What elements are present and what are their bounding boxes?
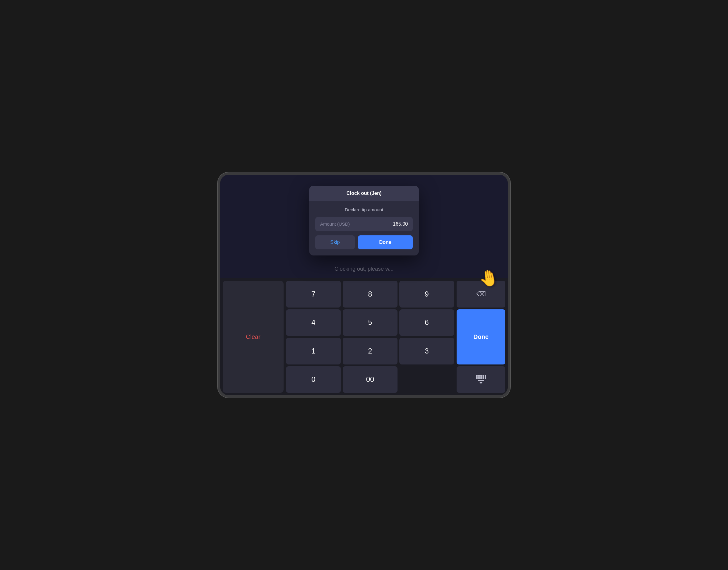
modal-done-button[interactable]: Done xyxy=(358,235,413,249)
keyboard-hide-icon xyxy=(476,375,486,384)
amount-placeholder: Amount (USD) xyxy=(320,221,350,227)
modal-title: Clock out (Jen) xyxy=(346,191,382,196)
key-3[interactable]: 3 xyxy=(399,338,454,364)
clear-panel[interactable]: Clear xyxy=(223,281,284,393)
tablet-frame: Clock out (Jen) Declare tip amount Amoun… xyxy=(218,172,510,398)
top-section: Clock out (Jen) Declare tip amount Amoun… xyxy=(220,175,508,278)
key-2[interactable]: 2 xyxy=(343,338,398,364)
amount-value: 165.00 xyxy=(393,221,408,227)
key-8[interactable]: 8 xyxy=(343,281,398,308)
clocking-status-text: Clocking out, please w... xyxy=(334,266,394,272)
key-9[interactable]: 9 xyxy=(399,281,454,308)
key-4[interactable]: 4 xyxy=(286,309,341,336)
bottom-section: Clear 7 8 9 4 5 6 1 2 3 0 00 ⌫ Done xyxy=(220,278,508,395)
key-5[interactable]: 5 xyxy=(343,309,398,336)
key-00[interactable]: 00 xyxy=(343,366,398,393)
done-button[interactable]: Done xyxy=(457,309,505,364)
amount-field: Amount (USD) 165.00 xyxy=(315,217,413,231)
modal-actions: Skip Done xyxy=(315,235,413,249)
right-panel: ⌫ Done xyxy=(457,281,505,393)
side-buttons xyxy=(510,221,510,251)
modal-subtitle: Declare tip amount xyxy=(315,207,413,212)
key-1[interactable]: 1 xyxy=(286,338,341,364)
keyboard-hide-button[interactable] xyxy=(457,366,505,393)
clear-label: Clear xyxy=(246,333,260,340)
numpad-grid: 7 8 9 4 5 6 1 2 3 0 00 xyxy=(286,281,454,393)
cursor-hand: 🤚 xyxy=(477,267,500,289)
key-6[interactable]: 6 xyxy=(399,309,454,336)
key-0[interactable]: 0 xyxy=(286,366,341,393)
modal-header: Clock out (Jen) xyxy=(309,186,419,201)
modal-body: Declare tip amount Amount (USD) 165.00 S… xyxy=(309,201,419,255)
skip-button[interactable]: Skip xyxy=(315,235,355,249)
backspace-icon: ⌫ xyxy=(476,290,486,298)
clock-out-modal: Clock out (Jen) Declare tip amount Amoun… xyxy=(309,186,419,255)
key-7[interactable]: 7 xyxy=(286,281,341,308)
